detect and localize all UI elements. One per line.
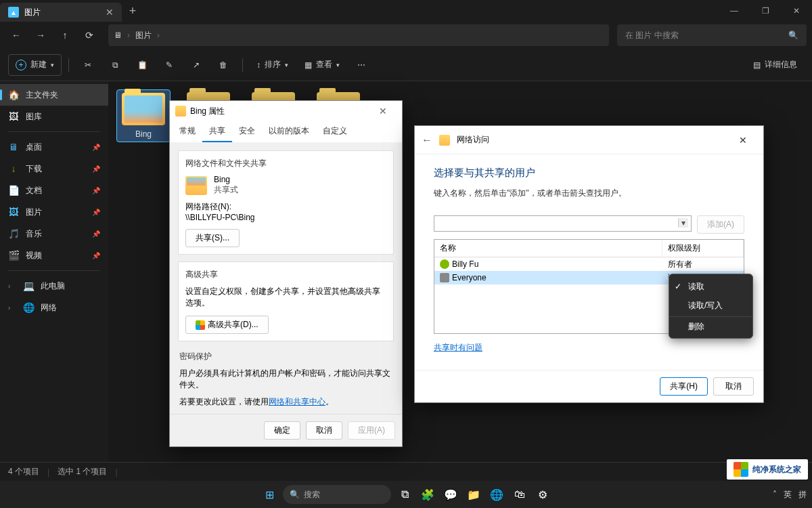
cancel-button[interactable]: 取消 bbox=[713, 377, 754, 396]
network-path: \\BILLYFU-PC\Bing bbox=[185, 213, 386, 222]
close-tab-icon[interactable]: ✕ bbox=[106, 7, 114, 18]
shared-folder-icon bbox=[185, 176, 207, 195]
network-sharing-group: 网络文件和文件夹共享 Bing 共享式 网络路径(N): \\BILLYFU-P… bbox=[178, 150, 394, 255]
close-window-button[interactable]: ✕ bbox=[781, 0, 812, 22]
view-icon: ▦ bbox=[304, 60, 312, 70]
column-header-permission[interactable]: 权限级别 bbox=[662, 240, 744, 257]
dialog-titlebar[interactable]: Bing 属性 ✕ bbox=[170, 101, 402, 121]
taskbar-store[interactable]: 🛍 bbox=[510, 485, 529, 504]
help-link[interactable]: 共享时有问题 bbox=[434, 342, 744, 354]
permission-level: 所有者 bbox=[662, 259, 744, 270]
sidebar-item-label: 主文件夹 bbox=[26, 89, 58, 101]
new-tab-button[interactable]: + bbox=[122, 0, 143, 22]
paste-button[interactable]: 📋 bbox=[130, 54, 154, 76]
refresh-button[interactable]: ⟳ bbox=[78, 24, 100, 46]
ok-button[interactable]: 确定 bbox=[264, 421, 300, 440]
rename-button[interactable]: ✎ bbox=[157, 54, 181, 76]
close-button[interactable]: ✕ bbox=[369, 106, 397, 117]
tab-customize[interactable]: 自定义 bbox=[316, 121, 354, 142]
network-center-link[interactable]: 网络和共享中心 bbox=[269, 397, 325, 406]
back-button[interactable]: ← bbox=[5, 24, 27, 46]
sidebar-item-gallery[interactable]: 🖼 图库 bbox=[0, 106, 108, 127]
breadcrumb[interactable]: 图片 bbox=[135, 30, 152, 41]
sidebar-item-home[interactable]: 🏠 主文件夹 bbox=[0, 84, 108, 106]
search-label: 搜索 bbox=[304, 489, 320, 501]
sidebar-item-label: 下载 bbox=[26, 163, 42, 175]
sidebar-item-label: 此电脑 bbox=[41, 280, 65, 292]
taskbar-explorer[interactable]: 📁 bbox=[464, 485, 483, 504]
sort-button[interactable]: ↕ 排序 ▾ bbox=[250, 54, 295, 76]
forward-button[interactable]: → bbox=[30, 24, 51, 46]
address-bar[interactable]: 🖥 › 图片 › bbox=[108, 24, 609, 46]
explorer-tab[interactable]: ▲ 图片 ✕ bbox=[0, 3, 122, 22]
sidebar-item-videos[interactable]: 🎬 视频 📌 bbox=[0, 245, 108, 266]
view-button[interactable]: ▦ 查看 ▾ bbox=[298, 54, 346, 76]
folder-icon bbox=[175, 106, 186, 117]
monitor-icon: 🖥 bbox=[114, 30, 122, 40]
dialog-heading: 选择要与其共享的用户 bbox=[434, 167, 744, 179]
column-header-name[interactable]: 名称 bbox=[434, 240, 662, 257]
pin-icon: 📌 bbox=[92, 187, 100, 194]
network-access-dialog: ← 网络访问 ✕ 选择要与其共享的用户 键入名称，然后单击"添加"，或者单击箭头… bbox=[414, 125, 764, 403]
back-button[interactable]: ← bbox=[422, 134, 432, 146]
taskbar-search[interactable]: 🔍 搜索 bbox=[283, 485, 391, 504]
taskbar[interactable]: ⊞ 🔍 搜索 ⧉ 🧩 💬 📁 🌐 🛍 ⚙ ˄ 英 拼 bbox=[0, 481, 812, 508]
sidebar-item-pictures[interactable]: 🖼 图片 📌 bbox=[0, 201, 108, 223]
user-combobox[interactable] bbox=[434, 215, 692, 232]
new-button[interactable]: + 新建 ▾ bbox=[8, 54, 62, 76]
tab-previous[interactable]: 以前的版本 bbox=[262, 121, 316, 142]
item-count: 4 个项目 bbox=[8, 466, 39, 478]
delete-button[interactable]: 🗑 bbox=[211, 54, 235, 76]
taskbar-app[interactable]: 🧩 bbox=[418, 485, 437, 504]
tab-sharing[interactable]: 共享 bbox=[202, 121, 232, 142]
minimize-button[interactable]: — bbox=[719, 0, 750, 22]
tab-security[interactable]: 安全 bbox=[232, 121, 262, 142]
input-icon[interactable]: 拼 bbox=[798, 489, 807, 501]
start-button[interactable]: ⊞ bbox=[260, 485, 279, 504]
folder-icon bbox=[122, 93, 165, 125]
folder-item[interactable]: Bing bbox=[116, 89, 171, 142]
chevron-up-icon[interactable]: ˄ bbox=[773, 490, 777, 499]
group-icon bbox=[440, 273, 449, 282]
system-tray[interactable]: ˄ 英 拼 bbox=[773, 489, 807, 501]
taskbar-settings[interactable]: ⚙ bbox=[533, 485, 552, 504]
sidebar-item-thispc[interactable]: › 💻 此电脑 bbox=[0, 275, 108, 297]
sidebar-item-label: 网络 bbox=[41, 302, 57, 314]
menu-item-readwrite[interactable]: 读取/写入 bbox=[669, 296, 752, 315]
taskbar-app[interactable]: 💬 bbox=[441, 485, 460, 504]
share-button[interactable]: 共享(S)... bbox=[185, 229, 240, 247]
group-title: 高级共享 bbox=[185, 269, 386, 280]
sidebar-item-documents[interactable]: 📄 文档 📌 bbox=[0, 179, 108, 201]
properties-dialog: Bing 属性 ✕ 常规 共享 安全 以前的版本 自定义 网络文件和文件夹共享 … bbox=[169, 100, 403, 447]
sidebar-item-network[interactable]: › 🌐 网络 bbox=[0, 297, 108, 318]
sidebar-item-downloads[interactable]: ↓ 下载 📌 bbox=[0, 158, 108, 179]
task-view-button[interactable]: ⧉ bbox=[395, 485, 414, 504]
copy-button[interactable]: ⧉ bbox=[103, 54, 127, 76]
taskbar-edge[interactable]: 🌐 bbox=[487, 485, 506, 504]
cut-button[interactable]: ✂ bbox=[76, 54, 100, 76]
sidebar-item-label: 文档 bbox=[26, 185, 42, 196]
sort-icon: ↕ bbox=[256, 60, 261, 70]
share-button[interactable]: ↗ bbox=[184, 54, 208, 76]
sidebar-item-label: 桌面 bbox=[26, 142, 42, 153]
user-row[interactable]: Billy Fu 所有者 bbox=[434, 257, 744, 271]
advanced-share-button[interactable]: 高级共享(D)... bbox=[185, 316, 269, 334]
search-icon: 🔍 bbox=[290, 490, 300, 499]
cancel-button[interactable]: 取消 bbox=[306, 421, 342, 440]
share-button[interactable]: 共享(H) bbox=[660, 377, 708, 396]
search-input[interactable]: 在 图片 中搜索 🔍 bbox=[617, 24, 807, 46]
sidebar-item-music[interactable]: 🎵 音乐 📌 bbox=[0, 223, 108, 245]
close-button[interactable]: ✕ bbox=[729, 135, 757, 146]
tab-general[interactable]: 常规 bbox=[173, 121, 202, 142]
sidebar-item-desktop[interactable]: 🖥 桌面 📌 bbox=[0, 136, 108, 158]
up-button[interactable]: ↑ bbox=[54, 24, 76, 46]
menu-item-read[interactable]: 读取 bbox=[669, 277, 752, 296]
shield-icon bbox=[196, 320, 205, 330]
pictures-icon: 🖼 bbox=[8, 207, 19, 217]
maximize-button[interactable]: ❐ bbox=[750, 0, 781, 22]
details-pane-button[interactable]: ▤ 详细信息 bbox=[746, 54, 804, 76]
more-button[interactable]: ⋯ bbox=[349, 54, 374, 76]
pin-icon: 📌 bbox=[92, 165, 100, 173]
ime-indicator[interactable]: 英 bbox=[784, 489, 792, 501]
menu-item-remove[interactable]: 删除 bbox=[669, 316, 752, 335]
